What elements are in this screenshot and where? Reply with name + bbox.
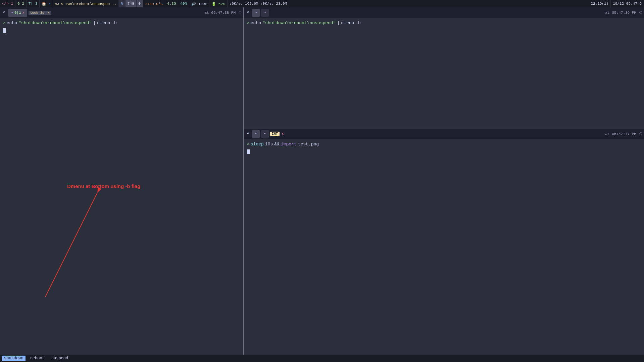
right-cmd-string: "shutdown\nreboot\nnsuspend"	[262, 20, 336, 26]
left-tab-timestamp: at 05:47:38 PM	[205, 11, 236, 15]
cmd-sleep: sleep	[251, 141, 264, 147]
cmd-import: import	[281, 141, 297, 147]
cmd-dmenu: dmenu	[97, 20, 110, 26]
prompt-arrow: >	[3, 20, 5, 26]
right-tab1-timestamp: at 05:47:39 PM	[605, 11, 636, 15]
tab-took-close[interactable]: x	[48, 11, 50, 15]
right-prompt-line-1: > echo "shutdown\nreboot\nnsuspend" | dm…	[247, 20, 641, 26]
right-tab2b-tilde: ~	[264, 132, 266, 136]
tab-arrow-left[interactable]: ^	[1, 9, 7, 16]
topbar-cpu: 4.3G	[165, 0, 178, 7]
cmd-flag: -b	[111, 20, 117, 26]
dmenu-item-shutdown[interactable]: shutdown	[2, 356, 26, 361]
left-pane: ^ ~ 0|1 x took 3s x at 05:47:38 PM ⏱ > e…	[0, 7, 244, 355]
dmenu-item-reboot[interactable]: reboot	[28, 356, 47, 361]
topbar-tag2[interactable]: G 2	[15, 0, 27, 7]
topbar-temp: ⬆+49.0°C	[143, 0, 165, 7]
right-tab-row-2: ^ ~ ~ INT x at 05:47:47 PM ⏱	[244, 129, 644, 139]
right-pane-empty	[244, 249, 644, 355]
right-terminal-1[interactable]: > echo "shutdown\nreboot\nnsuspend" | dm…	[244, 18, 644, 128]
tab-close[interactable]: x	[22, 11, 24, 15]
topbar-right: 22:19(1) 10/12 05:47 5	[589, 0, 644, 7]
right-cmd-flag: -b	[355, 20, 361, 26]
right-tab2-arrow[interactable]: ^	[245, 131, 251, 137]
cursor-line	[3, 27, 241, 33]
right-tab1-tilde: ~	[255, 11, 257, 15]
right-tab-arrow[interactable]: ^	[245, 9, 251, 16]
topbar-bat: 🔋 62%	[209, 0, 227, 7]
right-tab1-active[interactable]: ~	[252, 9, 260, 17]
tab-took: took 3s x	[29, 11, 51, 15]
right-cursor-line	[247, 148, 641, 154]
topbar-tag5[interactable]: 🏷 9 >wn\nreboot\nnsuspen...	[53, 0, 119, 7]
topbar-windows: 74G	[126, 0, 137, 7]
topbar-tag3[interactable]: T| 3	[27, 0, 40, 7]
right-pane: ^ ~ ~ at 05:47:39 PM ⏱ > echo "shutdown\…	[244, 7, 644, 355]
right-tab2-close[interactable]: x	[282, 132, 284, 136]
annotation-text: Dmenu at Bottom using -b flag	[67, 183, 140, 190]
tab-number: 0|1	[14, 11, 21, 15]
right-prompt-line-2: > sleep 10s && import test.png	[247, 141, 641, 147]
topbar-mem: 40%	[178, 0, 189, 7]
right-tab2-inactive[interactable]: ~	[261, 130, 269, 138]
dmenu-item-suspend[interactable]: suspend	[49, 356, 70, 361]
dmenu-bar: shutdown reboot suspend	[0, 355, 644, 362]
cmd-and: &&	[274, 141, 280, 147]
right-terminal-cursor	[247, 149, 250, 154]
annotation-arrow	[0, 183, 114, 307]
right-tab1-inactive[interactable]: ~	[261, 9, 269, 17]
topbar-time: 22:19(1)	[589, 0, 611, 7]
clock-icon: ⏱	[238, 11, 242, 15]
right-cmd-dmenu: dmenu	[341, 20, 354, 26]
cmd-string: "shutdown\nreboot\nnsuspend"	[18, 20, 92, 26]
right-tab2-active[interactable]: ~	[252, 130, 260, 138]
right-cmd-pipe: |	[337, 20, 340, 26]
cmd-echo: echo	[7, 20, 17, 26]
svg-line-1	[45, 193, 97, 297]
right-prompt-arrow-1: >	[247, 20, 249, 26]
right-cmd-echo: echo	[251, 20, 261, 26]
left-tab-active[interactable]: ~ 0|1 x	[8, 9, 27, 17]
right-clock-icon-1: ⏱	[639, 10, 643, 15]
right-tab2-tilde: ~	[255, 132, 257, 136]
tab-tilde: ~	[11, 11, 13, 15]
right-terminal-2[interactable]: > sleep 10s && import test.png	[244, 139, 644, 249]
main-content: ^ ~ 0|1 x took 3s x at 05:47:38 PM ⏱ > e…	[0, 7, 644, 355]
topbar-tag1[interactable]: </> 1	[0, 0, 15, 7]
topbar-tag4[interactable]: 🏠 4	[40, 0, 53, 7]
topbar-date: 10/12 05:47 5	[611, 0, 644, 7]
topbar-zero: 0	[137, 0, 143, 7]
cmd-pipe: |	[93, 20, 96, 26]
right-tab2-timestamp: at 05:47:47 PM	[605, 132, 636, 136]
topbar: </> 1 G 2 T| 3 🏠 4 🏷 9 >wn\nreboot\nnsus…	[0, 0, 644, 7]
left-tab-bar: ^ ~ 0|1 x took 3s x at 05:47:38 PM ⏱	[0, 7, 243, 18]
right-clock-icon-2: ⏱	[639, 132, 643, 136]
topbar-vol: 🔊 100%	[189, 0, 209, 7]
left-prompt-line: > echo "shutdown\nreboot\nnsuspend" | dm…	[3, 20, 241, 26]
right-tab-row-1: ^ ~ ~ at 05:47:39 PM ⏱	[244, 7, 644, 18]
terminal-cursor	[3, 28, 6, 33]
topbar-layout: N	[119, 0, 126, 7]
cmd-sleep-time: 10s	[265, 141, 273, 147]
cmd-file: test.png	[298, 141, 319, 147]
right-prompt-arrow-2: >	[247, 141, 249, 147]
left-terminal-content[interactable]: > echo "shutdown\nreboot\nnsuspend" | dm…	[0, 18, 243, 355]
topbar-net: ↓0K/s, 162.6M ↑0K/s, 23.0M	[228, 0, 290, 7]
int-badge: INT	[270, 132, 280, 136]
right-tab1b-tilde: ~	[264, 11, 266, 15]
